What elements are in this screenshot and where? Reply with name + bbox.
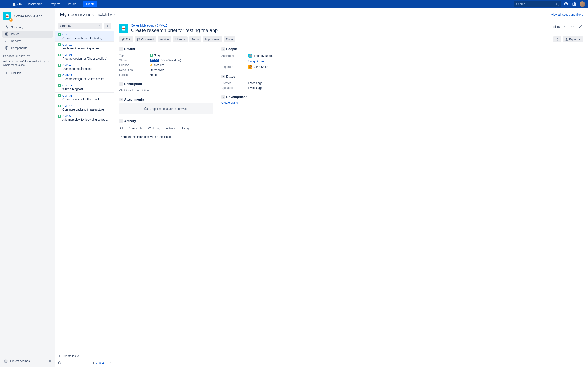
tab-comments[interactable]: Comments	[128, 125, 143, 132]
next-issue-button[interactable]	[570, 24, 575, 30]
switch-filter-button[interactable]: Switch filter	[98, 13, 116, 16]
issue-row[interactable]: CMA-31Create banners for Facebook	[55, 92, 114, 103]
add-link-button[interactable]: Add link	[2, 70, 53, 76]
tab-history[interactable]: History	[180, 125, 190, 132]
settings-button[interactable]	[571, 1, 577, 7]
sidebar-item-reports[interactable]: Reports	[2, 38, 53, 44]
detail-header: Coffee Mobile App / CMA-15 Create resear…	[119, 24, 583, 33]
issue-row[interactable]: CMA-5Add map view for browsing coffee...	[55, 113, 114, 123]
tab-all[interactable]: All	[119, 125, 123, 132]
pager-next[interactable]	[109, 361, 111, 365]
order-by-dropdown[interactable]: Order by	[58, 23, 102, 29]
sidebar-item-components[interactable]: Components	[2, 44, 53, 51]
position-text: 1 of 15	[551, 25, 560, 28]
collapse-toggle[interactable]: ▾	[119, 119, 123, 123]
svg-point-12	[6, 48, 7, 49]
assign-button[interactable]: Assign	[158, 36, 171, 42]
assign-to-me-link[interactable]: Assign to me	[221, 59, 287, 64]
collapse-toggle[interactable]: ▾	[221, 95, 225, 99]
priority-medium-icon	[150, 64, 153, 67]
chevron-down-icon	[183, 38, 185, 40]
project-settings-button[interactable]: Project settings	[3, 358, 32, 365]
type-label: Type:	[119, 54, 150, 57]
svg-point-3	[556, 3, 558, 5]
transition-todo-button[interactable]: To do	[189, 36, 201, 42]
more-button[interactable]: More	[173, 36, 188, 42]
transition-done-button[interactable]: Done	[224, 36, 235, 42]
story-icon	[58, 115, 61, 118]
collapse-toggle[interactable]: ▾	[119, 47, 123, 51]
attachment-dropzone[interactable]: Drop files to attach, or browse.	[119, 103, 213, 114]
pager-page[interactable]: 1	[93, 361, 94, 365]
svg-line-26	[557, 40, 558, 40]
story-icon	[58, 33, 61, 36]
help-button[interactable]	[563, 1, 569, 7]
issue-row[interactable]: CMA-14Configure backend infrastructure	[55, 103, 114, 113]
nav-issues[interactable]: Issues	[66, 0, 81, 8]
components-icon	[5, 46, 9, 50]
create-issue-button[interactable]: Create issue	[55, 352, 114, 360]
breadcrumb-project-link[interactable]: Coffee Mobile App	[131, 24, 154, 27]
edit-button[interactable]: Edit	[119, 36, 133, 42]
pager-page[interactable]: 2	[96, 361, 98, 365]
svg-point-23	[557, 38, 558, 39]
content-header: My open issues Switch filter View all is…	[55, 8, 588, 21]
jira-logo[interactable]: Jira	[10, 2, 24, 6]
collapse-sidebar-button[interactable]	[48, 359, 52, 363]
tab-work-log[interactable]: Work Log	[148, 125, 161, 132]
comment-button[interactable]: Comment	[135, 36, 156, 42]
project-header[interactable]: Coffee Mobile App	[2, 12, 53, 24]
list-footer: Create issue 12345	[55, 352, 114, 367]
issue-row[interactable]: CMA-15Create research brief for testing.…	[55, 31, 114, 42]
view-workflow-link[interactable]: (View Workflow)	[161, 58, 181, 62]
issue-row[interactable]: CMA-4Database requirements	[55, 62, 114, 72]
nav-dashboards[interactable]: Dashboards	[25, 0, 47, 8]
expand-button[interactable]	[577, 24, 583, 30]
pager-page[interactable]: 4	[102, 361, 104, 365]
chevron-down-icon	[113, 14, 116, 16]
app-switcher-button[interactable]	[2, 0, 9, 8]
pager-page[interactable]: 5	[105, 361, 107, 365]
create-branch-link[interactable]: Create branch	[221, 101, 240, 104]
search-icon	[556, 2, 559, 6]
sidebar-item-issues[interactable]: Issues	[2, 31, 53, 38]
tab-activity[interactable]: Activity	[165, 125, 175, 132]
profile-button[interactable]	[579, 1, 586, 7]
search-input[interactable]	[516, 2, 556, 6]
issue-row[interactable]: CMA-18Implement onboarding screen	[55, 42, 114, 52]
issue-row[interactable]: CMA-21Prepare design for "Order a coffee…	[55, 52, 114, 62]
collapse-toggle[interactable]: ▾	[221, 75, 225, 78]
description-placeholder[interactable]: Click to add description	[119, 88, 213, 93]
svg-rect-19	[122, 26, 125, 27]
sidebar-item-summary[interactable]: Summary	[2, 24, 53, 31]
collapse-toggle[interactable]: ▾	[221, 47, 225, 51]
refresh-icon	[58, 361, 61, 365]
avatar-icon: 🤖	[248, 54, 252, 58]
export-button[interactable]: Export	[563, 36, 583, 42]
share-button[interactable]	[553, 36, 561, 42]
transition-inprogress-button[interactable]: In progress	[203, 36, 222, 42]
svg-rect-20	[122, 28, 125, 29]
assignee-value[interactable]: 🤖Friendly Robot	[248, 54, 287, 58]
sort-direction-button[interactable]	[104, 23, 111, 29]
issue-summary: Write a blogpost	[58, 87, 111, 91]
issue-summary: Add map view for browsing coffee...	[58, 118, 111, 121]
collapse-toggle[interactable]: ▾	[119, 82, 123, 86]
issue-summary: Create research brief for testing...	[58, 36, 111, 40]
nav-projects[interactable]: Projects	[48, 0, 65, 8]
pager-page[interactable]: 3	[99, 361, 101, 365]
search-box[interactable]	[514, 1, 561, 7]
issue-list[interactable]: CMA-15Create research brief for testing.…	[55, 31, 114, 352]
svg-point-24	[556, 39, 557, 40]
issue-row[interactable]: CMA-33Write a blogpost	[55, 82, 114, 92]
issue-row[interactable]: CMA-22Prepare design for Coffee basket	[55, 72, 114, 82]
refresh-button[interactable]	[58, 361, 61, 365]
create-button[interactable]: Create	[83, 1, 97, 7]
view-all-link[interactable]: View all issues and filters	[551, 13, 583, 16]
svg-rect-10	[5, 33, 8, 35]
breadcrumb-issue-link[interactable]: CMA-15	[157, 24, 167, 27]
prev-issue-button[interactable]	[562, 24, 568, 30]
collapse-toggle[interactable]: ▾	[119, 98, 123, 101]
detail-header-text: Coffee Mobile App / CMA-15 Create resear…	[131, 24, 548, 33]
reporter-value[interactable]: 🐯John Smith	[248, 65, 287, 69]
